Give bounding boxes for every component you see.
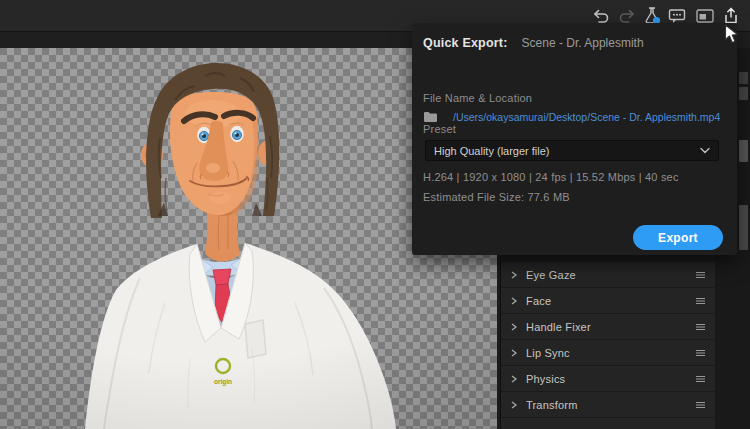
- preset-selected-value: High Quality (larger file): [434, 145, 700, 157]
- scrollbar-thumb[interactable]: [739, 140, 748, 162]
- format-summary-text: H.264 | 1920 x 1080 | 24 fps | 15.52 Mbp…: [423, 171, 679, 183]
- behavior-label: Face: [526, 295, 695, 307]
- preset-label: Preset: [423, 123, 456, 135]
- drag-handle-icon[interactable]: [695, 271, 706, 279]
- quick-export-scene-name: Scene - Dr. Applesmith: [522, 36, 644, 50]
- estimated-file-size-text: Estimated File Size: 77.6 MB: [423, 191, 570, 203]
- chevron-right-icon: [510, 323, 518, 331]
- behavior-label: Transform: [526, 399, 695, 411]
- chevron-right-icon: [510, 375, 518, 383]
- export-file-path-link[interactable]: /Users/okaysamurai/Desktop/Scene - Dr. A…: [453, 111, 720, 123]
- drag-handle-icon[interactable]: [695, 323, 706, 331]
- behavior-label: Physics: [526, 373, 695, 385]
- drag-handle-icon[interactable]: [695, 349, 706, 357]
- behavior-label: Lip Sync: [526, 347, 695, 359]
- behavior-row-transform[interactable]: Transform: [501, 392, 716, 418]
- preset-dropdown[interactable]: High Quality (larger file): [425, 140, 719, 161]
- scrollbar-thumb[interactable]: [739, 205, 748, 250]
- quick-export-title-label: Quick Export:: [423, 36, 508, 50]
- drag-handle-icon[interactable]: [695, 297, 706, 305]
- quick-export-title: Quick Export: Scene - Dr. Applesmith: [423, 36, 644, 50]
- file-path-row: /Users/okaysamurai/Desktop/Scene - Dr. A…: [423, 111, 720, 123]
- behavior-row-eye-gaze[interactable]: Eye Gaze: [501, 262, 716, 288]
- chevron-right-icon: [510, 271, 518, 279]
- chevron-right-icon: [510, 401, 518, 409]
- chevron-right-icon: [510, 297, 518, 305]
- behavior-label: Handle Fixer: [526, 321, 695, 333]
- behavior-row-physics[interactable]: Physics: [501, 366, 716, 392]
- drag-handle-icon[interactable]: [695, 401, 706, 409]
- app-window: origin: [0, 0, 750, 429]
- behavior-row-face[interactable]: Face: [501, 288, 716, 314]
- chevron-down-icon: [700, 147, 710, 154]
- folder-icon: [423, 111, 438, 123]
- drag-handle-icon[interactable]: [695, 375, 706, 383]
- behavior-label: Eye Gaze: [526, 269, 695, 281]
- coat-badge-text: origin: [214, 378, 232, 386]
- scrollbar-thumb[interactable]: [739, 87, 748, 100]
- scrollbar-thumb[interactable]: [739, 72, 748, 84]
- behavior-properties-list: Eye Gaze Face Handle Fixer Lip Sync Phys: [500, 262, 715, 429]
- quick-export-panel: Quick Export: Scene - Dr. Applesmith Fil…: [412, 23, 737, 255]
- file-name-location-label: File Name & Location: [423, 92, 532, 104]
- chevron-right-icon: [510, 349, 518, 357]
- export-button[interactable]: Export: [633, 225, 723, 250]
- behavior-row-lip-sync[interactable]: Lip Sync: [501, 340, 716, 366]
- behavior-row-handle-fixer[interactable]: Handle Fixer: [501, 314, 716, 340]
